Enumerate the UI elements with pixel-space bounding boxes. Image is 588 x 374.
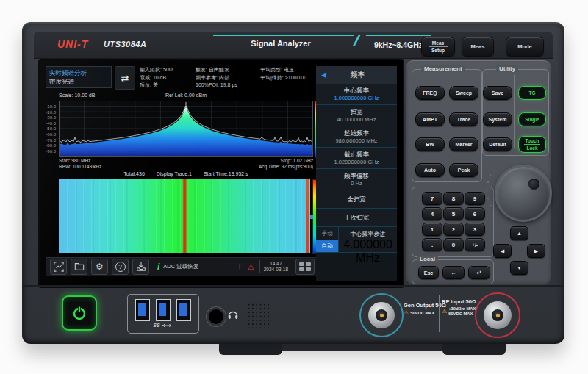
help-icon[interactable]: ? (112, 259, 129, 275)
menu-item-value: 1.000000000 GHz (318, 95, 395, 102)
arrow-right-button[interactable]: ▶ (527, 244, 545, 258)
menu-item-cf-step[interactable]: 手动 自动 中心频率步进 4.000000 MHz (316, 227, 397, 253)
menu-item-start-freq[interactable]: 起始频率 980.000000 MHz (316, 126, 397, 148)
key-plus-minus[interactable]: +/- (465, 238, 485, 251)
backspace-button[interactable]: ← (442, 266, 465, 279)
settings-column-input: 输入阻抗: 50Ω 衰减: 10 dB 预放: 关 (140, 66, 173, 90)
y-tick: -20.0 (46, 110, 56, 115)
sweep-button[interactable]: Sweep (449, 86, 478, 100)
ref-level-label: Ref Lel: 0.00 dBm (59, 93, 313, 98)
usb-port-3[interactable] (176, 299, 191, 321)
manual-auto-toggle[interactable]: 手动 自动 (316, 227, 339, 252)
key-4[interactable]: 4 (422, 207, 442, 220)
mode-tab[interactable]: 实时频谱分析 密度光谱 (46, 66, 112, 88)
usb-port-1[interactable] (135, 299, 150, 321)
key-2[interactable]: 2 (443, 223, 464, 236)
peak-button[interactable]: Peak (449, 163, 478, 177)
rf-connector-barrel (484, 301, 512, 329)
freq-label: FREQ (423, 90, 437, 96)
setting-avg-hold: 平均|保持: >100/100 (260, 74, 306, 82)
freq-button[interactable]: FREQ (415, 86, 445, 100)
touch-lock-button[interactable]: Touch Lock (518, 136, 546, 153)
lock-label: Lock (524, 144, 540, 151)
key-plus-minus-label: +/- (472, 242, 478, 248)
power-button[interactable] (62, 295, 97, 331)
meas-setup-line1: Meas (432, 40, 444, 46)
mode-label: Mode (517, 43, 532, 50)
key-9[interactable]: 9 (465, 192, 485, 205)
gear-icon[interactable]: ⚙ (91, 259, 108, 275)
key-dot[interactable]: . (422, 238, 442, 251)
auto-button[interactable]: Auto (415, 163, 445, 177)
screenshot-icon[interactable] (50, 259, 67, 275)
gen-connector-bore (376, 309, 387, 321)
menu-item-label: 扫宽 (318, 107, 395, 116)
meas-setup-button[interactable]: Meas Setup (421, 37, 455, 57)
key-1[interactable]: 1 (422, 223, 442, 236)
menu-item-freq-offset[interactable]: 频率偏移 0 Hz (316, 169, 397, 190)
trace-button[interactable]: Trace (449, 112, 478, 126)
toggle-manual[interactable]: 手动 (316, 227, 338, 240)
mode-button[interactable]: Mode (506, 37, 544, 57)
enter-button[interactable]: ↵ (468, 266, 490, 279)
key-0[interactable]: 0 (443, 238, 464, 251)
key-7[interactable]: 7 (422, 192, 442, 205)
esc-button[interactable]: Esc (418, 266, 439, 279)
lcd-screen: 实时频谱分析 密度光谱 ⇄ 输入阻抗: 50Ω 衰减: 10 dB 预放: 关 … (38, 59, 404, 288)
device-foot-left (219, 342, 282, 355)
menu-item-value: 980.000000 MHz (318, 137, 395, 145)
rotary-knob[interactable] (495, 165, 552, 222)
menu-item-stop-freq[interactable]: 截止频率 1.020000000 GHz (316, 148, 397, 169)
toggle-auto[interactable]: 自动 (316, 240, 338, 252)
save-button[interactable]: Save (483, 86, 512, 100)
rf-warning-icon: ⚠ (442, 309, 447, 314)
menu-item-value: 1.020000000 GHz (318, 159, 395, 166)
ampt-button[interactable]: AMPT (415, 112, 445, 126)
arrow-up-icon: ▲ (517, 231, 522, 236)
menu-item-label: 截止频率 (318, 150, 395, 159)
system-button[interactable]: System (483, 112, 512, 126)
folder-icon[interactable] (71, 259, 87, 275)
mode-tab-line1: 实时频谱分析 (49, 68, 108, 77)
trace-label: Trace (457, 117, 470, 122)
rf-input-connector[interactable] (475, 292, 520, 338)
speaker-grille (247, 303, 270, 328)
menu-header-frequency[interactable]: ◀ 频率 (316, 66, 397, 84)
enter-icon: ↵ (477, 270, 482, 276)
single-button[interactable]: Single (518, 112, 546, 126)
key-6[interactable]: 6 (465, 207, 485, 220)
key-8[interactable]: 8 (443, 192, 464, 205)
arrow-left-button[interactable]: ◀ (493, 244, 512, 258)
menu-item-center-freq[interactable]: 中心频率 1.000000000 GHz (316, 84, 397, 105)
swap-icon[interactable]: ⇄ (115, 66, 135, 90)
menu-item-full-span[interactable]: 全扫宽 (316, 190, 397, 209)
key-3[interactable]: 3 (465, 223, 485, 236)
photo-background: UNI-T UTS3084A Signal Analyzer 9kHz~8.4G… (0, 0, 588, 374)
marker-button[interactable]: Marker (449, 137, 478, 151)
top-bezel: UNI-T UTS3084A Signal Analyzer 9kHz~8.4G… (34, 32, 553, 59)
menu-title: 频率 (331, 70, 384, 80)
bw-button[interactable]: BW (415, 137, 445, 151)
arrow-up-button[interactable]: ▲ (510, 226, 528, 240)
cf-step-value: 4.000000 MHz (339, 238, 397, 265)
rf-input-label: RF Input 50Ω (442, 298, 476, 305)
headphone-jack[interactable] (207, 307, 226, 326)
usb-port-2[interactable] (156, 299, 171, 321)
brand-logo: UNI-T (57, 38, 88, 50)
key-5[interactable]: 5 (443, 207, 464, 220)
local-label: Local (417, 256, 438, 262)
meas-button[interactable]: Meas (462, 37, 494, 57)
menu-item-last-span[interactable]: 上次扫宽 (316, 209, 397, 227)
power-icon (71, 304, 88, 322)
y-tick: -80.0 (46, 143, 56, 148)
menu-item-span[interactable]: 扫宽 40.000000 MHz (316, 105, 397, 126)
gen-output-connector[interactable] (359, 293, 404, 337)
export-icon[interactable] (132, 259, 149, 275)
default-button[interactable]: Default (483, 137, 512, 151)
tg-button[interactable]: TG (518, 86, 546, 100)
acq-time-label: Acq Time: 32 ms(pts:800) (59, 164, 313, 169)
gen-output-label: Gen Output 50Ω (404, 302, 446, 309)
y-axis-ticks: -10.0 -20.0 -30.0 -40.0 -50.0 -60.0 -70.… (40, 101, 57, 157)
arrow-down-button[interactable]: ▼ (510, 261, 528, 275)
knob-dots (490, 174, 491, 176)
